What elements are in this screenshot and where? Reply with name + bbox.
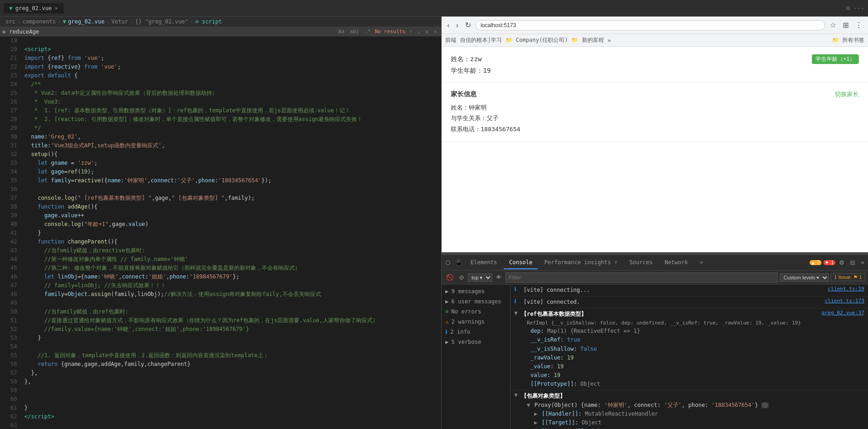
code-line: let gage=ref(19);	[24, 168, 437, 176]
console-filter-btn[interactable]: ⊘	[457, 273, 466, 282]
split-icon[interactable]: ⊟	[846, 5, 850, 12]
search-regex-btn[interactable]: .*	[363, 28, 372, 35]
devtools-device-btn[interactable]: 📱	[453, 258, 464, 267]
devtools-close-btn[interactable]: ×	[859, 258, 866, 267]
code-line: }	[24, 229, 437, 238]
extensions-btn[interactable]: ⊞	[841, 20, 851, 30]
switch-parent-btn[interactable]: 切换家长	[835, 90, 859, 99]
code-line: console.log(" [ref包裹基本数据类型] ",gage," [包裹…	[24, 194, 437, 203]
code-line: },	[24, 377, 437, 386]
entry-source[interactable]: client.ts:173	[825, 298, 864, 304]
parent-card: 家长信息 切换家长 姓名：钟家明 与学生关系：父子 联系电话：188345676…	[442, 83, 868, 142]
sidebar-all-messages[interactable]: ▶ 9 messages	[442, 286, 510, 296]
code-line: let family=reactive({name:'钟家明',connect:…	[24, 176, 437, 185]
tab-elements[interactable]: Elements	[465, 256, 503, 269]
sidebar-warnings[interactable]: ⚠ 2 warnings	[442, 317, 510, 327]
expand-arrow-icon[interactable]: ▼	[514, 310, 517, 316]
search-match-case-btn[interactable]: Aa	[337, 28, 346, 35]
info-icon: ℹ	[514, 298, 521, 304]
console-level-select[interactable]: Custom levels ▾	[780, 273, 829, 282]
breadcrumb-script: ⊙ script	[195, 18, 222, 25]
bookmark-frontend[interactable]: 前端	[445, 36, 456, 44]
code-line: //直接通过普通给对象赋值方式，不影响原有响应式效果（你猜为什么？因为ref包裹…	[24, 316, 437, 325]
devtools-dock-btn[interactable]: ⊟	[848, 258, 857, 267]
code-line: </script>	[24, 412, 437, 421]
refresh-btn[interactable]: ↻	[463, 20, 473, 30]
console-filter-input[interactable]	[506, 272, 778, 283]
bookmark-more[interactable]: »	[608, 37, 611, 44]
code-line: */	[24, 124, 437, 133]
entry-source[interactable]: client.ts:19	[828, 286, 864, 292]
proxy-prop-target: ▶ [[Target]]: Object	[534, 418, 864, 427]
code-line: title:'Vue3组合式API,setup函数内变量响应式',	[24, 141, 437, 150]
sidebar-label: 6 user messages	[451, 298, 501, 305]
issue-btn[interactable]: 1 Issue: ⚑ 1	[831, 273, 865, 281]
back-btn[interactable]: ‹	[445, 20, 451, 30]
devtools-inspect-btn[interactable]: ⬡	[443, 258, 452, 267]
sidebar-no-errors[interactable]: ⊘ No errors	[442, 307, 510, 317]
search-next-btn[interactable]: ↓	[416, 29, 422, 35]
console-clear-btn[interactable]: 🚫	[444, 273, 455, 282]
code-line: //第一种修改对象内单个属性 // family.name='钟晓'	[24, 255, 437, 264]
tab-console[interactable]: Console	[504, 256, 538, 269]
bookmark-confidence[interactable]: 自信的根本|学习	[460, 36, 502, 44]
error-badge: ⚑ 1	[823, 260, 835, 265]
forward-btn[interactable]: ›	[454, 20, 460, 30]
tab-more[interactable]: »	[694, 256, 708, 269]
add-age-btn[interactable]: 学生年龄（+1）	[812, 54, 859, 64]
expand-arrow-icon[interactable]: ▼	[514, 392, 517, 398]
console-eye-btn[interactable]: 👁	[494, 273, 504, 282]
console-entry: ℹ [vite] connecting... client.ts:19	[511, 284, 868, 296]
code-line: name:'Greg_02',	[24, 133, 437, 141]
search-bar: ▶ Aa ab| .* No results ↑ ↓ ≡ ×	[0, 27, 441, 36]
search-whole-word-btn[interactable]: ab|	[349, 28, 361, 35]
url-bar[interactable]	[476, 20, 825, 30]
console-context-select[interactable]: top ▾	[468, 273, 492, 282]
search-no-results: No results	[375, 29, 405, 35]
code-line: function changeParent(){	[24, 238, 437, 246]
tab-performance[interactable]: Performance insights ⚡	[539, 256, 623, 269]
code-line: function addAge(){	[24, 203, 437, 211]
search-filter-btn[interactable]: ≡	[424, 29, 430, 35]
entry-text: [vite] connecting...	[523, 286, 825, 295]
ref-prop-prototype: [[Prototype]]: Object	[530, 380, 819, 388]
code-line: },	[24, 369, 437, 377]
sidebar-user-messages[interactable]: ▶ 6 user messages	[442, 296, 510, 307]
sidebar-label: No errors	[451, 308, 481, 315]
code-line	[24, 36, 437, 45]
sidebar-verbose[interactable]: ▶ 5 verbose	[442, 337, 510, 347]
sidebar-label: 2 warnings	[451, 319, 484, 325]
more-btn[interactable]: ⋮	[853, 20, 864, 30]
tab-label: greg_02.vue	[15, 5, 52, 12]
code-line: gage.value++	[24, 211, 437, 220]
student-name-row: 姓名：zzw 学生年龄（+1）	[451, 54, 859, 64]
editor-panel: src › components › ▼ greg_02.vue › Vetur…	[0, 17, 442, 429]
bookmark-company[interactable]: 📁 Company(任职公司)	[506, 36, 568, 44]
tab-sources[interactable]: Sources	[624, 256, 658, 269]
ref-prop-shallow: __v_isShallow: false	[530, 345, 819, 354]
search-close-btn[interactable]: ×	[433, 29, 438, 35]
bookmark-btn[interactable]: ☆	[828, 20, 838, 30]
code-line: <script>	[24, 45, 437, 54]
bookmark-program[interactable]: 📁 新的富程	[571, 36, 604, 44]
more-icon[interactable]: ···	[854, 5, 864, 12]
bookmark-all[interactable]: 📁 所有书签	[832, 36, 864, 44]
sidebar-info[interactable]: ℹ 2 info	[442, 327, 510, 337]
breadcrumb-src: src	[6, 18, 16, 25]
ref-prop-rawvalue: _rawValue: 19	[530, 354, 819, 362]
code-line: import {reactive} from 'vue';	[24, 63, 437, 71]
code-line	[24, 299, 437, 307]
entry-source[interactable]: greg_02.vue:37	[822, 310, 864, 316]
parent-phone-value: 18834567654	[481, 126, 520, 133]
editor-tab[interactable]: ▼ greg_02.vue ×	[4, 3, 63, 13]
devtools-settings-btn[interactable]: ⚙	[837, 258, 846, 267]
tab-network[interactable]: Network	[659, 256, 694, 269]
search-input[interactable]	[9, 29, 334, 35]
proxy-expand-icon[interactable]: ▼	[527, 402, 530, 408]
search-prev-btn[interactable]: ↑	[408, 29, 414, 35]
student-card: 姓名：zzw 学生年龄（+1） 学生年龄：19	[442, 47, 868, 83]
main-layout: src › components › ▼ greg_02.vue › Vetur…	[0, 17, 868, 429]
tab-close-btn[interactable]: ×	[55, 5, 58, 12]
devtools-panel: ⬡ 📱 Elements Console Performance insight…	[442, 254, 868, 429]
code-editor: 19 20 21 22 23 24 25 26 27 28 29 30 31 3…	[0, 36, 441, 429]
